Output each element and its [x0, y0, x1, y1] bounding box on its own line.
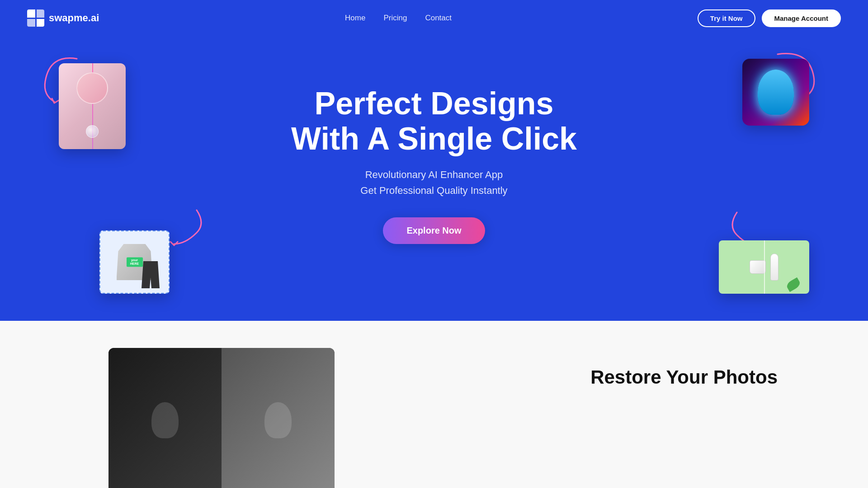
face-dark-side	[108, 348, 222, 488]
nav-contact[interactable]: Contact	[425, 14, 452, 23]
skincare-image-card	[719, 240, 809, 294]
tshirt-image-card: yourHERE	[99, 230, 170, 294]
nav-actions: Try it Now Manage Account	[698, 9, 841, 27]
brand-name: swapme.ai	[49, 12, 99, 24]
logo-icon	[27, 9, 44, 27]
try-now-button[interactable]: Try it Now	[698, 9, 755, 27]
lower-section: Restore Your Photos	[0, 321, 868, 488]
hero-subtitle: Revolutionary AI Enhancer App Get Profes…	[360, 167, 507, 198]
nav-links: Home Pricing Contact	[345, 14, 452, 23]
navigation: swapme.ai Home Pricing Contact Try it No…	[0, 0, 868, 36]
restore-title: Restore Your Photos	[590, 366, 778, 389]
explore-now-button[interactable]: Explore Now	[383, 217, 485, 244]
restore-photo-image	[108, 348, 335, 488]
face-restored-side	[222, 348, 335, 488]
portrait-image-card	[742, 59, 809, 126]
restore-text-block: Restore Your Photos	[590, 348, 778, 389]
woman-image-card	[59, 63, 126, 149]
nav-home[interactable]: Home	[345, 14, 365, 23]
hero-title: Perfect Designs With A Single Click	[291, 86, 577, 157]
nav-pricing[interactable]: Pricing	[383, 14, 407, 23]
logo[interactable]: swapme.ai	[27, 9, 99, 27]
manage-account-button[interactable]: Manage Account	[762, 9, 841, 27]
hero-section: yourHERE Perfect Designs With A Single C…	[0, 0, 868, 321]
